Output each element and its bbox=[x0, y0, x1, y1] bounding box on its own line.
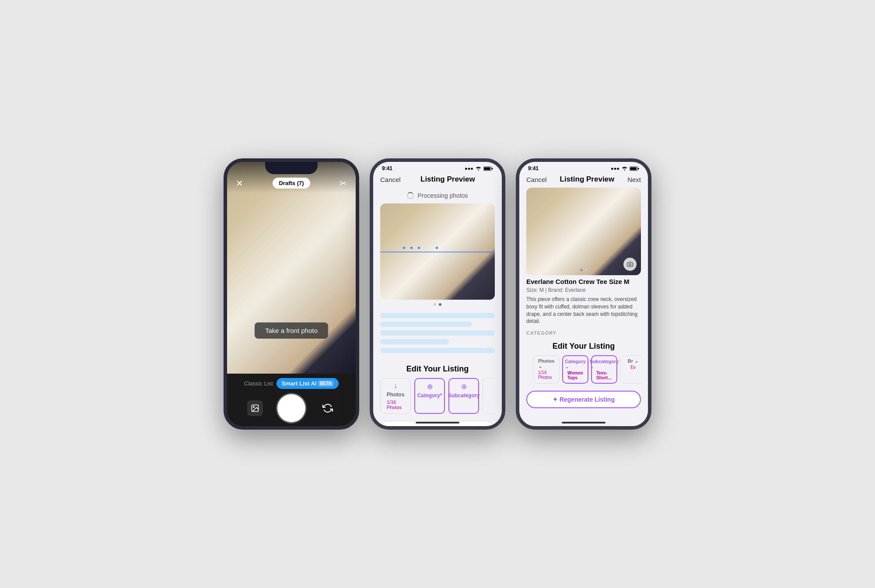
generating-text: ✦ Generating... bbox=[416, 426, 459, 426]
gallery-button[interactable] bbox=[247, 400, 263, 416]
phone-1-notch bbox=[265, 162, 318, 174]
listing-title-3: Everlane Cotton Crew Tee Size M bbox=[519, 275, 648, 286]
phone-3-screen: 9:41 ●●● Cancel Listing Preview Next bbox=[519, 162, 648, 426]
image-dots-3 bbox=[526, 266, 641, 273]
cancel-button-3[interactable]: Cancel bbox=[526, 176, 547, 183]
skeleton-loading bbox=[373, 309, 502, 360]
category-tab-3[interactable]: Category ⌄ Women Tops bbox=[562, 355, 588, 384]
svg-rect-5 bbox=[492, 168, 493, 169]
camera-preview bbox=[227, 162, 356, 374]
phone-2-processing: 9:41 ●●● Cancel Listing Preview Processi… bbox=[370, 158, 505, 430]
svg-rect-4 bbox=[484, 167, 490, 170]
brand-tab-3[interactable]: Br ⌄ Ev bbox=[620, 355, 641, 384]
photos-tab-label-2: Photos bbox=[387, 392, 405, 398]
listing-image-3 bbox=[526, 188, 641, 275]
image-dot-2 bbox=[439, 303, 441, 306]
scan-line bbox=[380, 252, 495, 252]
nav-bar-3: Cancel Listing Preview Next bbox=[519, 173, 648, 188]
camera-controls bbox=[227, 394, 356, 422]
skeleton-line-5 bbox=[380, 348, 495, 353]
subcategory-tab-3[interactable]: Subcategory ⌄ Tees- Short... bbox=[591, 355, 617, 384]
listing-preview-title-3: Listing Preview bbox=[560, 175, 615, 184]
flip-camera-button[interactable] bbox=[320, 400, 336, 416]
next-button-3[interactable]: Next bbox=[627, 176, 641, 183]
photo-instruction-overlay: Take a front photo bbox=[255, 322, 328, 339]
category-tab-2[interactable]: ⊕ Category* bbox=[414, 378, 445, 414]
category-tab-value-3: Women Tops bbox=[567, 371, 583, 380]
tabs-row-3: Photos ⌄ 1/16 Photos Category ⌄ Women To… bbox=[526, 355, 641, 384]
processing-spinner bbox=[407, 192, 414, 199]
category-tab-label-2: Category* bbox=[417, 392, 442, 399]
subcategory-tab-label-2: Subcategory bbox=[448, 392, 480, 399]
home-indicator-3 bbox=[562, 422, 606, 424]
status-icons-2: ●●● bbox=[465, 166, 493, 171]
category-tab-label-3: Category ⌄ bbox=[565, 359, 586, 370]
skeleton-line-4 bbox=[380, 339, 449, 344]
listing-description-3: This piece offers a classic crew neck, o… bbox=[519, 294, 648, 327]
svg-point-6 bbox=[624, 169, 625, 170]
svg-point-10 bbox=[629, 263, 631, 266]
photos-tab-sublabel-2: 1/16 Photos bbox=[387, 399, 404, 410]
image-dots-2 bbox=[373, 300, 502, 309]
scan-dot-1 bbox=[403, 247, 405, 249]
listing-preview-title-2: Listing Preview bbox=[420, 175, 475, 184]
photo-instruction-text: Take a front photo bbox=[265, 327, 318, 334]
phone-2-screen: 9:41 ●●● Cancel Listing Preview Processi… bbox=[373, 162, 502, 426]
phones-container: Take a front photo ✕ Drafts (7) ✂ Classi… bbox=[224, 158, 651, 430]
photos-tab-2[interactable]: ↓ Photos 1/16 Photos bbox=[380, 378, 411, 414]
subcategory-tab-label-3: Subcategory ⌄ bbox=[590, 359, 619, 370]
scan-dot-2 bbox=[410, 247, 413, 249]
phone-2-notch bbox=[411, 162, 464, 174]
camera-viewfinder: Take a front photo bbox=[227, 162, 356, 374]
listing-image-2 bbox=[380, 203, 495, 300]
mode-toggle: Classic List Smart List AI BETA bbox=[244, 378, 339, 389]
scan-dot-3 bbox=[418, 247, 420, 249]
nav-bar-2: Cancel Listing Preview bbox=[373, 173, 502, 188]
img-dot-3-1 bbox=[580, 269, 583, 271]
status-time-3: 9:41 bbox=[528, 165, 539, 172]
photos-tab-icon-2: ↓ bbox=[394, 382, 397, 390]
status-time-2: 9:41 bbox=[382, 165, 392, 172]
category-tab-icon-2: ⊕ bbox=[427, 382, 433, 391]
scan-dots bbox=[403, 247, 438, 249]
svg-point-1 bbox=[253, 406, 255, 407]
photos-tab-3[interactable]: Photos ⌄ 1/16 Photos bbox=[533, 355, 560, 384]
skeleton-line-1 bbox=[380, 313, 495, 318]
signal-icon-2: ●●● bbox=[465, 166, 473, 171]
listing-meta-3: Size: M | Brand: Everlane bbox=[519, 286, 648, 294]
edit-listing-title-3: Edit Your Listing bbox=[526, 342, 641, 351]
tabs-row-2: ↓ Photos 1/16 Photos ⊕ Category* ⊕ Subca… bbox=[380, 378, 495, 414]
scan-dot-4 bbox=[436, 247, 438, 249]
phone-3-notch bbox=[557, 162, 610, 174]
home-indicator-2 bbox=[416, 422, 459, 424]
subcategory-tab-2[interactable]: ⊕ Subcategory bbox=[448, 378, 479, 414]
cancel-button-2[interactable]: Cancel bbox=[380, 176, 401, 183]
phone-1-camera: Take a front photo ✕ Drafts (7) ✂ Classi… bbox=[224, 158, 359, 430]
scissors-icon[interactable]: ✂ bbox=[340, 178, 347, 189]
close-button[interactable]: ✕ bbox=[236, 178, 243, 189]
camera-bottom-bar: Classic List Smart List AI BETA bbox=[227, 374, 356, 426]
img-dot-3-2 bbox=[585, 269, 588, 271]
edit-listing-section-2: Edit Your Listing ↓ Photos 1/16 Photos ⊕… bbox=[373, 360, 502, 416]
subcategory-tab-value-3: Tees- Short... bbox=[596, 371, 612, 380]
shutter-button[interactable] bbox=[277, 394, 305, 422]
beta-badge: BETA bbox=[318, 381, 333, 386]
brand-tab-2[interactable]: B bbox=[483, 378, 495, 414]
phone-1-screen: Take a front photo ✕ Drafts (7) ✂ Classi… bbox=[227, 162, 356, 426]
status-icons-3: ●●● bbox=[611, 166, 639, 171]
listing-photo-2 bbox=[380, 203, 495, 300]
phone-3-result: 9:41 ●●● Cancel Listing Preview Next bbox=[516, 158, 651, 430]
smart-list-button[interactable]: Smart List AI BETA bbox=[276, 378, 339, 389]
processing-banner: Processing photos bbox=[373, 188, 502, 203]
svg-point-2 bbox=[478, 169, 479, 170]
drafts-button[interactable]: Drafts (7) bbox=[273, 178, 310, 189]
image-dot-1 bbox=[434, 303, 436, 306]
brand-tab-value-3: Ev bbox=[630, 365, 636, 370]
classic-list-label: Classic List bbox=[244, 380, 273, 387]
regenerate-button[interactable]: ✦ Regenerate Listing bbox=[526, 391, 641, 408]
signal-icon-3: ●●● bbox=[611, 166, 620, 171]
photos-tab-sublabel-3: 1/16 Photos bbox=[538, 370, 555, 380]
svg-rect-9 bbox=[638, 168, 639, 169]
photos-tab-label-3: Photos ⌄ bbox=[538, 358, 555, 369]
edit-listing-title-2: Edit Your Listing bbox=[380, 364, 495, 374]
